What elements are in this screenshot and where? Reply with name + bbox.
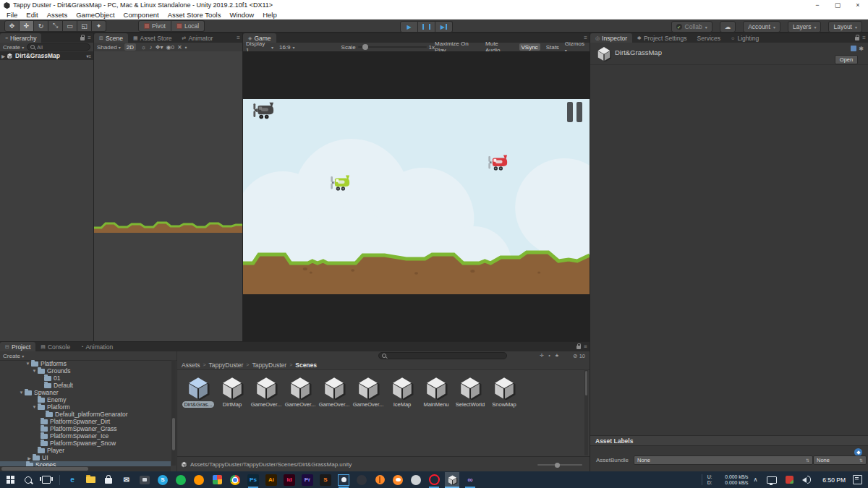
hierarchy-search-input[interactable]: All: [27, 43, 90, 51]
photoshop-icon[interactable]: Ps: [246, 472, 260, 488]
menu-window[interactable]: Window: [225, 11, 258, 19]
network-icon[interactable]: [767, 476, 777, 484]
layers-dropdown[interactable]: Layers ▾: [788, 21, 822, 33]
panel-menu-icon[interactable]: ≡: [88, 35, 91, 41]
search-by-type-icon[interactable]: ✛: [540, 353, 544, 359]
tree-item-01[interactable]: 01: [0, 374, 171, 382]
asset-icemap[interactable]: IceMap: [386, 375, 419, 457]
asset-dirt-gras[interactable]: Dirt&Gras...: [182, 375, 215, 457]
volume-icon[interactable]: [802, 476, 811, 484]
open-button[interactable]: Open: [835, 55, 858, 64]
menu-edit[interactable]: Edit: [22, 11, 42, 19]
lock-icon[interactable]: [855, 37, 859, 40]
panel-menu-icon[interactable]: ≡: [862, 35, 866, 41]
collab-dropdown[interactable]: ✔ Collab ▾: [671, 21, 712, 33]
scale-slider[interactable]: Scale 1x: [341, 44, 435, 51]
hidden-count[interactable]: ⊘ 10: [573, 353, 585, 359]
pivot-button[interactable]: Pivot: [138, 20, 171, 32]
spotify-icon[interactable]: [174, 472, 188, 488]
asset-doc-icon[interactable]: [851, 46, 856, 51]
pin-app-icon[interactable]: [373, 472, 387, 488]
asset-selectworld[interactable]: SelectWorld: [454, 375, 487, 457]
tree-item-ui[interactable]: ▶UI: [0, 454, 171, 461]
game-pause-button[interactable]: [567, 102, 582, 122]
scene-visibility-toggle[interactable]: ◉0: [166, 44, 174, 51]
plane-menu-button[interactable]: [252, 101, 274, 121]
custom-tool[interactable]: ✦: [92, 20, 106, 32]
close-button[interactable]: ×: [848, 0, 868, 10]
tree-h-scrollbar[interactable]: [0, 466, 171, 471]
local-button[interactable]: Local: [171, 20, 205, 32]
aspect-dropdown[interactable]: 16:9▾: [279, 44, 295, 51]
menu-asset-store-tools[interactable]: Asset Store Tools: [163, 11, 226, 19]
asset-labels-header[interactable]: Asset Labels: [590, 435, 868, 446]
move-tool[interactable]: ✛: [20, 20, 34, 32]
asset-gameover[interactable]: GameOver...: [352, 375, 385, 457]
expand-arrow-icon[interactable]: ▶: [0, 53, 7, 59]
round-dark-app-icon[interactable]: [354, 472, 369, 488]
action-center-icon[interactable]: [853, 475, 862, 484]
tab-scene[interactable]: ⊞Scene: [94, 33, 128, 43]
tree-item-platform[interactable]: ▼Platform: [0, 403, 171, 411]
tab-animator[interactable]: ⇄Animator: [177, 33, 218, 43]
illustrator-icon[interactable]: Ai: [264, 472, 278, 488]
tab-animation[interactable]: ◔Animation: [75, 342, 118, 351]
scene-gizmos-icon[interactable]: ▪: [185, 44, 187, 51]
blender-icon[interactable]: [391, 472, 405, 488]
edge-icon[interactable]: e: [65, 472, 80, 488]
tree-scrollbar[interactable]: [171, 360, 176, 466]
asset-gameover[interactable]: GameOver...: [318, 375, 351, 457]
transform-tool[interactable]: ◱: [77, 20, 92, 32]
tree-item-default-platformgenarator[interactable]: Default_platformGenarator: [0, 411, 171, 418]
asset-mainmenu[interactable]: MainMenu: [420, 375, 453, 457]
breadcrumb-scenes[interactable]: Scenes: [295, 361, 317, 369]
stats-toggle[interactable]: Stats: [546, 44, 559, 51]
tree-item-default[interactable]: Default: [0, 382, 171, 389]
skype-icon[interactable]: S: [156, 472, 170, 488]
menu-assets[interactable]: Assets: [43, 11, 72, 19]
tree-item-grounds[interactable]: ▼Grounds: [0, 367, 171, 374]
menu-gameobject[interactable]: GameObject: [72, 11, 119, 19]
asset-dirtmap[interactable]: DirtMap: [216, 375, 249, 457]
tree-item-platformspwaner-grass[interactable]: PlatformSpwaner_Grass: [0, 425, 171, 432]
rotate-tool[interactable]: ↻: [34, 20, 48, 32]
menu-component[interactable]: Component: [119, 11, 163, 19]
expand-arrow-icon[interactable]: ▶: [26, 455, 33, 461]
tree-item-player[interactable]: Player: [0, 447, 171, 454]
opera-icon[interactable]: [427, 472, 441, 488]
hierarchy-create-dropdown[interactable]: Create ▾: [3, 44, 24, 51]
project-create-dropdown[interactable]: Create ▾: [3, 353, 24, 359]
visual-studio-icon[interactable]: ∞: [463, 472, 477, 488]
step-button[interactable]: ▶: [435, 21, 453, 33]
expand-arrow-icon[interactable]: ▼: [31, 369, 38, 373]
cloud-button[interactable]: ☁: [720, 21, 736, 33]
start-button[interactable]: [3, 472, 17, 488]
scene-lighting-toggle[interactable]: ☼: [141, 44, 146, 51]
expand-arrow-icon[interactable]: ▼: [25, 361, 31, 366]
lock-icon[interactable]: [80, 37, 85, 40]
tree-item-platformspwaner-snow[interactable]: PlatformSpwaner_Snow: [0, 440, 171, 447]
tab-hierarchy[interactable]: ≡ Hierarchy: [0, 33, 41, 43]
breadcrumb-assets[interactable]: Assets: [182, 361, 200, 369]
media-app-icon[interactable]: [137, 472, 152, 488]
layout-dropdown[interactable]: Layout ▾: [828, 21, 862, 33]
unity-taskbar-icon[interactable]: [445, 472, 459, 488]
premiere-icon[interactable]: Pr: [300, 472, 315, 488]
grid-scrollbar[interactable]: [584, 369, 588, 455]
scene-tools-icon[interactable]: ✕: [177, 44, 182, 51]
search-button[interactable]: [21, 472, 35, 488]
scale-tool[interactable]: ⤡: [48, 20, 63, 32]
tree-item-platforms[interactable]: ▼Platforms: [0, 360, 171, 367]
assetbundle-variant-dropdown[interactable]: None⇅: [813, 455, 867, 465]
minimize-button[interactable]: −: [807, 0, 827, 10]
tab-project[interactable]: ⊟Project: [0, 342, 35, 351]
breadcrumb-tappyduster[interactable]: TappyDuster: [209, 361, 244, 369]
tab-services[interactable]: Services: [692, 33, 726, 43]
tab-lighting[interactable]: ☼Lighting: [726, 33, 764, 43]
play-button[interactable]: ▶: [400, 21, 418, 33]
windowed-app-icon[interactable]: [336, 472, 351, 488]
antivirus-icon[interactable]: [786, 476, 793, 484]
2d-toggle[interactable]: 2D: [124, 43, 136, 51]
hand-tool[interactable]: ✥: [4, 20, 20, 32]
photos-app-icon[interactable]: [210, 472, 224, 488]
